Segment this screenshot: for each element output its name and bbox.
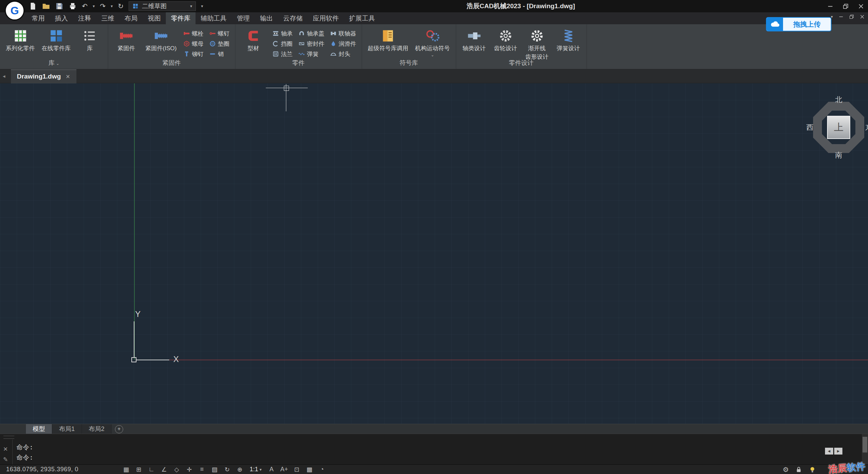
btn-series-parts[interactable]: 系列化零件 xyxy=(3,26,37,53)
btn-spring-design[interactable]: 弹簧设计 xyxy=(554,26,583,53)
command-prompt-line[interactable]: 命令: xyxy=(16,453,33,462)
btn-motion-symbols[interactable]: 机构运动符号 ⌄ xyxy=(413,26,452,58)
object-snap-icon[interactable]: ◇ xyxy=(173,466,181,473)
btn-fastener-iso[interactable]: 紧固件(ISO) xyxy=(143,26,179,53)
btn-profile[interactable]: 型材 xyxy=(239,26,268,53)
tab-manage[interactable]: 管理 xyxy=(232,12,255,24)
btn-bolt[interactable]: 螺栓 xyxy=(181,28,206,39)
minimize-icon[interactable] xyxy=(827,3,833,9)
annotation-scale-control[interactable]: 1:1 ▾ xyxy=(250,466,262,473)
tab-apps[interactable]: 应用软件 xyxy=(308,12,344,24)
panel-label-parts[interactable]: 零件 xyxy=(235,59,362,67)
command-resize-grip[interactable] xyxy=(3,436,14,439)
command-close-icon[interactable]: ✕ xyxy=(3,446,8,453)
undo-dropdown-icon[interactable]: ▾ xyxy=(93,4,95,9)
btn-spring[interactable]: 弹簧 xyxy=(296,49,327,59)
dynamic-input-icon[interactable]: ⊕ xyxy=(236,466,244,473)
object-snap-tracking-icon[interactable]: ✛ xyxy=(185,466,193,473)
tab-view[interactable]: 视图 xyxy=(143,12,166,24)
doc-close-icon[interactable] xyxy=(860,14,865,19)
tab-parts-library[interactable]: 零件库 xyxy=(166,12,196,24)
open-file-icon[interactable] xyxy=(42,2,50,10)
view-cube-east-label[interactable]: 东 xyxy=(865,123,868,132)
save-icon[interactable] xyxy=(55,2,63,10)
btn-library[interactable]: 库 xyxy=(75,26,104,53)
command-scroll-right-icon[interactable]: ► xyxy=(834,448,842,455)
tab-output[interactable]: 输出 xyxy=(255,12,278,24)
panel-label-symbol-library[interactable]: 符号库 xyxy=(362,59,456,67)
command-window[interactable]: ✕ ✎ 命令: 命令: ◄ ► xyxy=(0,434,868,464)
qat-customize-icon[interactable]: ▾ xyxy=(201,4,203,9)
tab-layout2[interactable]: 布局2 xyxy=(82,424,112,434)
isolate-objects-bulb-icon[interactable] xyxy=(809,466,816,473)
new-file-icon[interactable] xyxy=(29,2,37,10)
maximize-icon[interactable] xyxy=(843,3,849,9)
add-layout-button[interactable]: + xyxy=(115,425,123,433)
view-cube[interactable]: 上 北 南 西 东 xyxy=(806,95,868,160)
btn-rivet[interactable]: 铆钉 xyxy=(181,49,206,59)
grid-display-icon[interactable]: ▦ xyxy=(122,466,130,473)
ucs-origin-icon[interactable] xyxy=(131,357,136,362)
btn-coupling[interactable]: 联轴器 xyxy=(328,28,358,39)
regen-icon[interactable]: ↻ xyxy=(118,3,124,10)
btn-screw[interactable]: 螺钉 xyxy=(207,28,232,39)
command-scroll-left-icon[interactable]: ◄ xyxy=(825,448,833,455)
view-cube-west-label[interactable]: 西 xyxy=(806,123,813,132)
drawing-canvas[interactable]: Y X 上 北 南 西 东 xyxy=(0,83,868,424)
btn-pin[interactable]: 销 xyxy=(207,49,232,59)
command-edit-icon[interactable]: ✎ xyxy=(3,456,8,463)
command-scrollbar-thumb[interactable] xyxy=(863,437,867,452)
undo-icon[interactable]: ↶ xyxy=(82,3,88,10)
tab-home[interactable]: 常用 xyxy=(27,12,50,24)
btn-flange[interactable]: 法兰 xyxy=(270,49,295,59)
tab-insert[interactable]: 插入 xyxy=(50,12,73,24)
tab-3d[interactable]: 三维 xyxy=(96,12,119,24)
tab-layout1[interactable]: 布局1 xyxy=(52,424,82,434)
annotation-visibility-icon[interactable]: A xyxy=(267,466,276,473)
doc-tab-scroll-left-icon[interactable]: ◂ xyxy=(3,73,5,79)
doc-restore-icon[interactable] xyxy=(849,14,854,19)
btn-nut[interactable]: 螺母 xyxy=(181,39,206,49)
document-tab-close-icon[interactable]: ✕ xyxy=(66,73,70,80)
annotation-autoscale-icon[interactable]: A+ xyxy=(280,466,288,473)
redo-icon[interactable]: ↷ xyxy=(100,3,106,10)
graphics-performance-icon[interactable]: ◔ xyxy=(318,466,326,473)
tab-aux-tools[interactable]: 辅助工具 xyxy=(196,12,232,24)
polar-tracking-icon[interactable]: ∠ xyxy=(160,466,168,473)
print-icon[interactable] xyxy=(69,2,77,10)
tab-ext-tools[interactable]: 扩展工具 xyxy=(344,12,380,24)
btn-snap-ring[interactable]: 挡圈 xyxy=(270,39,295,49)
btn-gear-design[interactable]: 齿轮设计 xyxy=(491,26,520,53)
btn-involute-gear-design[interactable]: 渐开线 齿形设计 xyxy=(522,26,552,61)
btn-head[interactable]: 封头 xyxy=(328,49,358,59)
selection-cycling-icon[interactable]: ↻ xyxy=(223,466,231,473)
tab-annotate[interactable]: 注释 xyxy=(73,12,96,24)
customization-gear-icon[interactable]: ⚙ xyxy=(783,465,789,474)
snap-mode-icon[interactable]: ⊞ xyxy=(135,466,143,473)
redo-dropdown-icon[interactable]: ▾ xyxy=(111,4,113,9)
doc-minimize-icon[interactable] xyxy=(839,14,843,19)
view-cube-top-face[interactable]: 上 xyxy=(827,116,850,139)
lineweight-icon[interactable]: ≡ xyxy=(198,466,206,473)
btn-washer[interactable]: 垫圈 xyxy=(207,39,232,49)
app-logo-icon[interactable]: G xyxy=(5,1,25,20)
btn-fastener[interactable]: 紧固件 xyxy=(112,26,141,53)
document-tab[interactable]: Drawing1.dwg ✕ xyxy=(11,69,76,83)
panel-label-fasteners[interactable]: 紧固件 xyxy=(108,59,235,67)
ortho-mode-icon[interactable]: ∟ xyxy=(147,466,156,473)
btn-seal[interactable]: 密封件 xyxy=(296,39,327,49)
workspace-select[interactable]: 二维草图 ▾ xyxy=(129,1,196,11)
lock-ui-icon[interactable] xyxy=(795,466,802,473)
panel-label-part-design[interactable]: 零件设计 xyxy=(456,59,587,67)
tab-layout[interactable]: 布局 xyxy=(119,12,143,24)
close-icon[interactable] xyxy=(858,3,864,9)
btn-shaft-design[interactable]: 轴类设计 xyxy=(460,26,489,53)
btn-bearing[interactable]: 轴承 xyxy=(270,28,295,39)
btn-online-parts-library[interactable]: 在线零件库 xyxy=(39,26,73,53)
tab-cloud[interactable]: 云存储 xyxy=(278,12,308,24)
transparency-icon[interactable]: ▨ xyxy=(211,466,219,473)
panel-label-library[interactable]: 库⌄ xyxy=(0,59,108,67)
btn-super-symbol-library[interactable]: 超级符号库调用 xyxy=(365,26,411,53)
units-icon[interactable]: ⊡ xyxy=(293,466,301,473)
command-vertical-scrollbar[interactable] xyxy=(862,434,868,464)
